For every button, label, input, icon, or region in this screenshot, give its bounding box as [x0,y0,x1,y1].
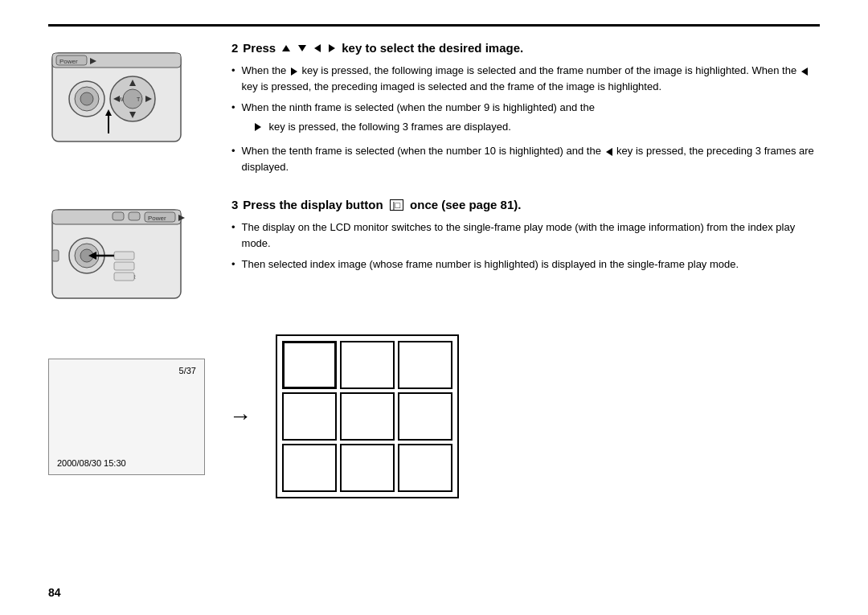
step2-sub-bullet-1: key is pressed, the following 3 frames a… [253,119,820,135]
step2-bullet-3: When the tenth frame is selected (when t… [231,143,820,174]
step3-heading-suffix: once (see page 81). [410,198,521,211]
svg-rect-28 [52,250,59,261]
svg-rect-20 [113,212,124,220]
single-frame-display: 5/37 2000/08/30 15:30 [48,359,205,475]
bottom-diagrams: 5/37 2000/08/30 15:30 → [48,334,820,498]
step3-heading: 3 Press the display button |□ once (see … [231,198,820,211]
grid-cell-5 [340,392,395,441]
step2-press-label: Press [243,41,276,55]
frame-date: 2000/08/30 15:30 [57,458,126,468]
svg-rect-33 [114,262,134,270]
sub-arrow-right-1 [253,119,263,135]
display-button-icon: |□ [390,199,404,211]
index-grid [276,334,459,498]
camera-illustration-2: Power ICI MENU ENTER [48,198,209,317]
transition-arrow: → [229,404,252,429]
step3-row: Power ICI MENU ENTER [48,198,820,317]
step3-bullet-2-text: Then selected index image (whose frame n… [242,256,820,273]
step3-bullet-1: The display on the LCD monitor switches … [231,219,820,251]
grid-cell-6 [398,392,452,441]
inline-arrow-left-2 [606,148,612,156]
step3-number: 3 [231,198,238,211]
camera-svg-1: Power W T [48,41,201,158]
grid-cell-7 [282,444,337,492]
step3-content: 3 Press the display button |□ once (see … [231,198,820,278]
camera-svg-2: Power ICI MENU ENTER [48,198,201,314]
grid-cell-8 [340,444,395,492]
svg-text:Power: Power [59,58,78,65]
svg-marker-24 [178,215,185,221]
step2-bullet-2: When the ninth frame is selected (when t… [231,100,820,137]
arrow-right-icon [329,44,335,52]
step2-bullet-1: When the key is pressed, the following i… [231,63,820,94]
inline-arrow-right-1 [291,68,297,76]
svg-rect-21 [129,212,140,220]
arrow-up-icon [282,45,290,51]
grid-cell-3 [398,341,452,389]
arrow-down-icon [298,45,306,51]
page-number: 84 [48,586,61,599]
step2-heading: 2 Press key to select the desired image. [231,41,820,55]
grid-cell-9 [398,444,452,492]
grid-cell-1 [282,341,337,389]
arrow-left-icon [314,44,321,52]
page-container: Power W T [0,0,868,615]
step2-bullet-1-text: When the key is pressed, the following i… [242,63,820,94]
svg-rect-32 [114,252,134,260]
step2-row: Power W T [48,41,820,180]
svg-rect-34 [114,273,134,281]
step2-number: 2 [231,41,238,55]
step3-bullet-2: Then selected index image (whose frame n… [231,256,820,273]
sub-bullet-1-text: key is pressed, the following 3 frames a… [269,119,511,135]
step2-content: 2 Press key to select the desired image.… [231,41,820,180]
inline-arrow-left-1 [801,68,808,76]
frame-number: 5/37 [179,366,196,375]
step3-bullets: The display on the LCD monitor switches … [231,219,820,273]
step3-heading-text: Press the display button [243,198,383,211]
svg-point-17 [80,92,93,105]
step2-heading-suffix: key to select the desired image. [342,41,523,55]
top-rule [48,24,820,27]
svg-text:W: W [118,96,124,102]
step3-bullet-1-text: The display on the LCD monitor switches … [242,219,820,251]
step2-bullet-2-text: When the ninth frame is selected (when t… [242,100,820,137]
svg-text:Power: Power [148,215,166,222]
camera-illustration-1: Power W T [48,41,209,160]
step2-bullet-3-text: When the tenth frame is selected (when t… [242,143,820,174]
grid-cell-4 [282,392,337,441]
svg-text:T: T [137,96,141,102]
grid-cell-2 [340,341,395,389]
step2-bullets: When the key is pressed, the following i… [231,63,820,174]
